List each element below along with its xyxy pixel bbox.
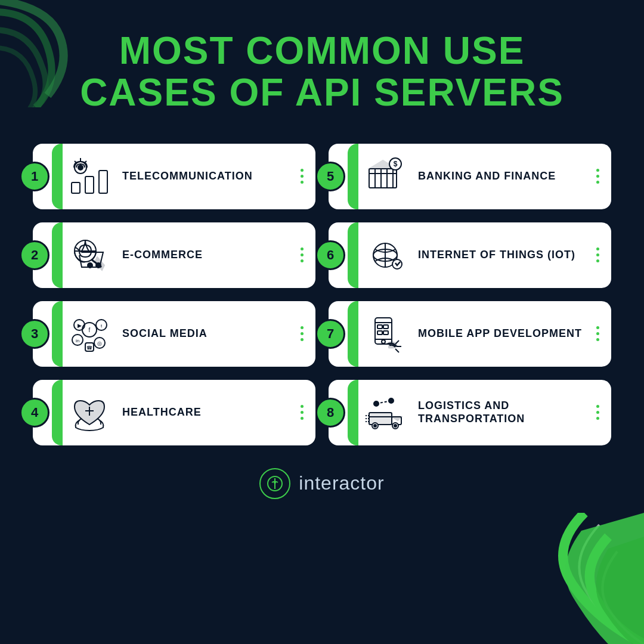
title-section: MOST COMMON USE CASES OF API SERVERS xyxy=(0,0,644,132)
card-item-2: 2 E-COMMERCE xyxy=(33,222,315,288)
card-accent xyxy=(348,380,358,445)
svg-rect-2 xyxy=(99,171,107,193)
card-dots xyxy=(301,169,304,184)
card-icon-iot xyxy=(358,228,412,282)
svg-rect-50 xyxy=(369,413,392,425)
card-accent xyxy=(348,301,358,367)
card-item-8: 8 LOGISTICS AND TRANSPORTATION xyxy=(329,380,611,445)
card-icon-banking: $ xyxy=(358,150,412,203)
card-number-1: 1 xyxy=(20,162,49,191)
svg-text:$: $ xyxy=(394,160,398,168)
card-label-3: SOCIAL MEDIA xyxy=(116,327,296,340)
footer: interactor xyxy=(0,457,644,499)
card-item-4: 4 HEALTHCARE xyxy=(33,380,315,445)
card-accent xyxy=(348,144,358,209)
brand-name: interactor xyxy=(299,472,384,494)
main-title: MOST COMMON USE CASES OF API SERVERS xyxy=(36,30,608,114)
svg-rect-42 xyxy=(377,331,382,335)
card-number-2: 2 xyxy=(20,240,49,270)
card-icon-social: f in t ▶ ◎ ☎ xyxy=(63,307,116,361)
svg-text:t: t xyxy=(101,323,103,329)
svg-rect-41 xyxy=(383,325,388,329)
svg-point-56 xyxy=(374,425,376,427)
card-item-5: 5 $ BANKING AND FINANCE xyxy=(329,144,611,209)
card-label-7: MOBILE APP DEVELOPMENT xyxy=(412,327,592,340)
card-label-6: INTERNET OF THINGS (IOT) xyxy=(412,249,592,262)
card-label-8: LOGISTICS AND TRANSPORTATION xyxy=(412,400,592,425)
card-dots xyxy=(301,326,304,341)
card-icon-mobile xyxy=(358,307,412,361)
svg-rect-40 xyxy=(377,325,382,329)
svg-marker-54 xyxy=(392,417,401,420)
card-dots xyxy=(301,405,304,420)
card-dots xyxy=(596,169,599,184)
svg-line-47 xyxy=(395,349,399,352)
svg-text:▶: ▶ xyxy=(78,323,82,329)
cards-grid: 1 TELECOMMUNICATION 5 $ xyxy=(0,132,644,457)
svg-text:in: in xyxy=(76,338,79,343)
card-accent xyxy=(52,301,63,367)
card-accent xyxy=(52,144,63,209)
card-accent xyxy=(52,380,63,445)
card-icon-ecommerce xyxy=(63,228,116,282)
card-number-7: 7 xyxy=(315,319,345,349)
card-dots xyxy=(596,405,599,420)
card-label-1: TELECOMMUNICATION xyxy=(116,170,296,183)
svg-point-58 xyxy=(394,425,397,427)
card-item-3: 3 f in t ▶ ◎ ☎ SOCIAL MEDIA xyxy=(33,301,315,367)
svg-point-68 xyxy=(274,481,276,484)
card-dots xyxy=(596,247,599,262)
svg-text:◎: ◎ xyxy=(97,340,102,346)
card-dots xyxy=(301,247,304,262)
card-accent xyxy=(348,222,358,288)
svg-rect-0 xyxy=(72,182,80,193)
card-label-5: BANKING AND FINANCE xyxy=(412,170,592,183)
card-label-4: HEALTHCARE xyxy=(116,406,296,419)
svg-rect-43 xyxy=(383,331,388,335)
card-dots xyxy=(596,326,599,341)
card-item-1: 1 TELECOMMUNICATION xyxy=(33,144,315,209)
svg-point-44 xyxy=(382,340,385,343)
card-number-3: 3 xyxy=(20,319,49,349)
card-number-6: 6 xyxy=(315,240,345,270)
svg-text:f: f xyxy=(89,327,91,333)
svg-line-45 xyxy=(395,340,399,344)
card-icon-logistics xyxy=(358,386,412,439)
card-item-7: 7 MOBILE APP DEVELOPMENT xyxy=(329,301,611,367)
card-number-4: 4 xyxy=(20,398,49,428)
card-accent xyxy=(52,222,63,288)
svg-text:☎: ☎ xyxy=(86,345,92,351)
card-icon-telecom xyxy=(63,150,116,203)
card-number-8: 8 xyxy=(315,398,345,428)
card-icon-healthcare xyxy=(63,386,116,439)
svg-rect-1 xyxy=(85,177,94,193)
card-item-6: 6 INTERNET OF THINGS (IOT) xyxy=(329,222,611,288)
brand-logo xyxy=(259,468,290,499)
card-number-5: 5 xyxy=(315,162,345,191)
svg-point-7 xyxy=(78,165,83,170)
card-label-2: E-COMMERCE xyxy=(116,249,296,262)
